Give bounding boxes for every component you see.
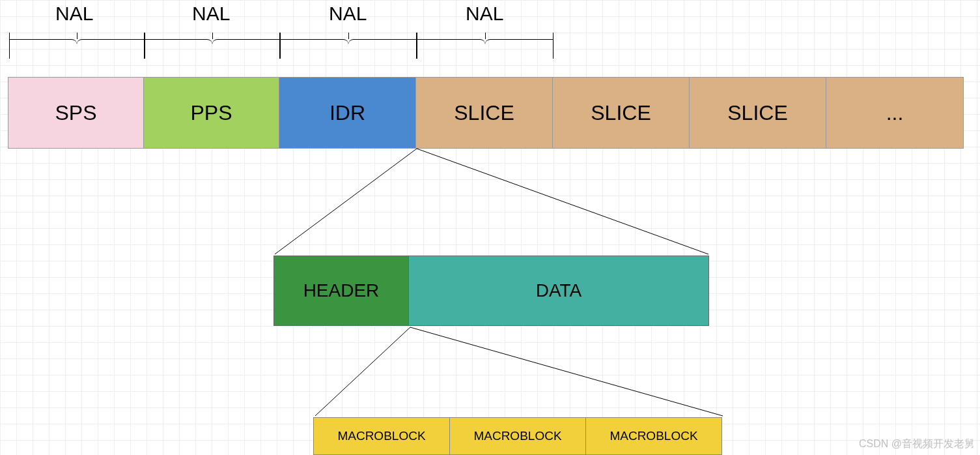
- nal-bracket-2: [145, 33, 280, 59]
- nal-unit-row: SPS PPS IDR SLICE SLICE SLICE ...: [8, 77, 964, 149]
- nal-bracket-3: [280, 33, 417, 59]
- macroblock-2: MACROBLOCK: [449, 417, 586, 455]
- nal-bracket-4: [417, 33, 553, 59]
- nal-label-3: NAL: [329, 3, 367, 25]
- macroblock-row: MACROBLOCK MACROBLOCK MACROBLOCK: [314, 417, 722, 455]
- idr-block: IDR: [279, 78, 416, 148]
- slice-structure-row: HEADER DATA: [273, 256, 709, 326]
- sps-block: SPS: [8, 78, 144, 148]
- header-block: HEADER: [273, 256, 409, 326]
- svg-line-1: [417, 149, 708, 254]
- macroblock-1: MACROBLOCK: [313, 417, 450, 455]
- slice-block-2: SLICE: [553, 78, 690, 148]
- data-block: DATA: [408, 256, 709, 326]
- nal-bracket-1: [9, 33, 145, 59]
- svg-line-2: [315, 327, 410, 416]
- nal-label-4: NAL: [466, 3, 503, 25]
- svg-line-0: [275, 149, 417, 254]
- nal-label-2: NAL: [192, 3, 230, 25]
- watermark-text: CSDN @音视频开发老舅: [859, 437, 975, 451]
- connector-lines: [0, 0, 980, 455]
- svg-line-3: [410, 327, 723, 416]
- diagram-container: NAL NAL NAL NAL SPS PPS IDR SLICE SLICE …: [0, 0, 980, 455]
- macroblock-3: MACROBLOCK: [585, 417, 722, 455]
- pps-block: PPS: [144, 78, 279, 148]
- ellipsis-block: ...: [826, 78, 963, 148]
- slice-block-1: SLICE: [416, 78, 553, 148]
- nal-label-1: NAL: [55, 3, 93, 25]
- slice-block-3: SLICE: [690, 78, 826, 148]
